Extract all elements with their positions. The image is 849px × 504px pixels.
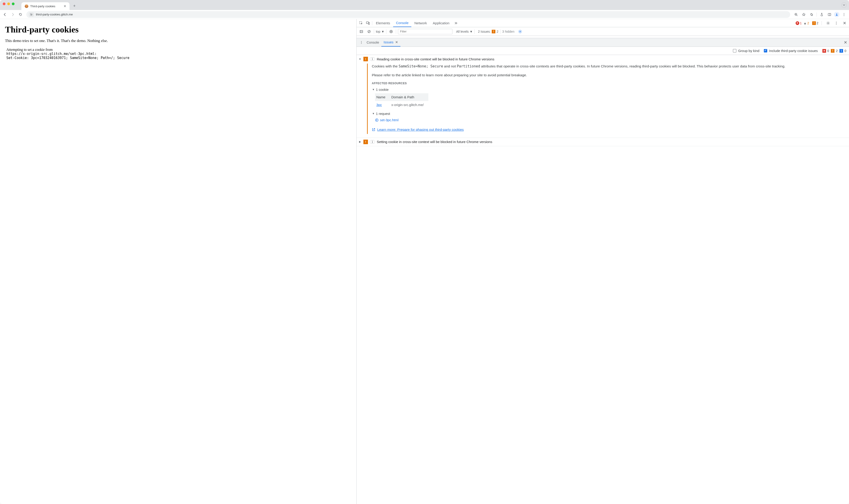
svg-rect-16 xyxy=(360,31,363,33)
device-mode-icon[interactable] xyxy=(365,20,371,26)
extensions-icon[interactable] xyxy=(808,11,815,18)
svg-point-8 xyxy=(844,15,845,16)
table-header-row: Name Domain & Path xyxy=(375,93,428,101)
issues-indicator[interactable]: ! 2 xyxy=(812,21,818,25)
issue-icon: ! xyxy=(812,21,816,25)
svg-point-19 xyxy=(391,31,392,32)
more-tabs-icon[interactable] xyxy=(453,20,459,26)
nav-reload-button[interactable] xyxy=(17,11,24,18)
separator xyxy=(821,21,822,25)
issue-title: Setting cookie in cross-site context wil… xyxy=(377,140,492,144)
table-row: 3pc x-origin-src.glitch.me/ xyxy=(375,101,428,109)
issue-item: ▶ ! 1 Setting cookie in cross-site conte… xyxy=(357,138,849,146)
chevron-down-icon: ▼ xyxy=(381,30,384,33)
tab-application[interactable]: Application xyxy=(430,19,452,27)
cookie-domain: x-origin-src.glitch.me/ xyxy=(390,101,428,109)
learn-more-link[interactable]: Learn more: Prepare for phasing out thir… xyxy=(372,127,843,132)
issue-item: ▼ ! 1 Reading cookie in cross-site conte… xyxy=(357,55,849,138)
svg-point-21 xyxy=(361,41,361,41)
svg-rect-4 xyxy=(828,13,831,16)
warning-indicator[interactable]: ▲ 2 xyxy=(803,21,809,25)
tab-elements[interactable]: Elements xyxy=(373,19,393,27)
nav-forward-button[interactable] xyxy=(10,11,16,18)
console-sidebar-toggle-icon[interactable] xyxy=(358,29,364,35)
svg-point-6 xyxy=(844,13,845,14)
svg-point-12 xyxy=(828,22,829,23)
devtools-tabstrip: Elements Console Network Application ✕ 1… xyxy=(357,19,849,27)
console-filter-input[interactable] xyxy=(398,29,453,34)
url-text: third-party-cookies.glitch.me xyxy=(36,13,73,16)
expand-arrow-icon: ▼ xyxy=(372,112,375,116)
labs-icon[interactable] xyxy=(818,11,825,18)
affected-request-group[interactable]: ▼ 1 request xyxy=(372,111,843,116)
svg-point-13 xyxy=(836,22,837,22)
issue-count-badge: 1 xyxy=(370,57,375,61)
svg-point-5 xyxy=(836,13,837,14)
svg-point-18 xyxy=(390,30,392,33)
separator xyxy=(374,29,374,34)
include-3p-checkbox[interactable]: Include third-party cookie issues xyxy=(764,49,818,53)
window-minimize-button[interactable] xyxy=(7,2,10,5)
new-tab-button[interactable]: + xyxy=(71,3,78,9)
live-expression-icon[interactable] xyxy=(388,29,394,35)
address-bar[interactable]: third-party-cookies.glitch.me xyxy=(26,11,790,18)
clear-console-icon[interactable] xyxy=(366,29,372,35)
network-icon xyxy=(375,118,378,122)
issue-icon: ! xyxy=(492,30,495,33)
devtools-close-icon[interactable]: ✕ xyxy=(841,20,848,26)
separator xyxy=(500,29,500,34)
svg-point-22 xyxy=(361,42,361,42)
console-options-row xyxy=(357,36,849,38)
tab-network[interactable]: Network xyxy=(412,19,430,27)
tabs-dropdown-button[interactable] xyxy=(841,2,847,8)
drawer-tab-console[interactable]: Console xyxy=(364,38,381,47)
separator xyxy=(372,21,372,25)
tab-close-button[interactable]: ✕ xyxy=(64,4,66,8)
page-heading: Third-party cookies xyxy=(5,24,351,35)
issue-header[interactable]: ▶ ! 1 Setting cookie in cross-site conte… xyxy=(358,140,846,144)
devtools-panel: Elements Console Network Application ✕ 1… xyxy=(357,19,849,504)
devtools-menu-icon[interactable] xyxy=(833,20,839,26)
issue-header[interactable]: ▼ ! 1 Reading cookie in cross-site conte… xyxy=(358,57,846,61)
console-toolbar: top ▼ All levels ▼ 2 Issues: ! 2 xyxy=(357,27,849,36)
window-zoom-button[interactable] xyxy=(12,2,15,5)
drawer-close-icon[interactable]: ✕ xyxy=(844,40,847,45)
site-settings-icon[interactable] xyxy=(29,13,34,16)
tab-console[interactable]: Console xyxy=(393,19,411,27)
window-close-button[interactable] xyxy=(3,2,5,5)
bookmark-star-icon[interactable] xyxy=(801,11,807,18)
inspect-element-icon[interactable] xyxy=(358,20,364,26)
console-issues-link[interactable]: 2 Issues: ! 2 xyxy=(478,30,498,33)
external-link-icon xyxy=(372,128,375,131)
drawer-tab-issues[interactable]: Issues ✕ xyxy=(381,38,401,47)
svg-point-14 xyxy=(836,23,837,23)
svg-point-23 xyxy=(361,43,361,43)
cookie-name-link[interactable]: 3pc xyxy=(376,103,382,107)
request-link[interactable]: set-3pc.html xyxy=(375,118,843,123)
hidden-messages-link[interactable]: 3 hidden xyxy=(502,30,514,33)
log-line: Attempting to set a cookie from xyxy=(6,48,351,52)
issue-title: Reading cookie in cross-site context wil… xyxy=(377,57,494,61)
console-settings-icon[interactable] xyxy=(517,29,523,35)
log-levels-select[interactable]: All levels ▼ xyxy=(456,30,473,33)
context-selector[interactable]: top ▼ xyxy=(376,30,384,33)
svg-point-15 xyxy=(836,24,837,24)
tab-favicon-icon: 🍪 xyxy=(24,4,29,8)
zoom-icon[interactable] xyxy=(793,11,799,18)
drawer-menu-icon[interactable] xyxy=(358,39,364,46)
browser-tab[interactable]: 🍪 Third-party cookies ✕ xyxy=(21,2,70,10)
profile-avatar-icon[interactable] xyxy=(834,12,839,17)
devtools-settings-icon[interactable] xyxy=(825,20,831,26)
nav-back-button[interactable] xyxy=(2,11,8,18)
close-tab-icon[interactable]: ✕ xyxy=(395,40,398,44)
browser-titlebar: 🍪 Third-party cookies ✕ + xyxy=(0,0,849,10)
issue-count-badge: 1 xyxy=(370,140,375,144)
issue-kind-icon: ! xyxy=(364,57,368,61)
browser-menu-icon[interactable] xyxy=(841,11,847,18)
side-panel-icon[interactable] xyxy=(826,11,833,18)
error-indicator[interactable]: ✕ 1 xyxy=(796,21,802,25)
group-by-kind-checkbox[interactable]: Group by kind xyxy=(733,49,759,53)
affected-cookie-group[interactable]: ▼ 1 cookie xyxy=(372,87,843,92)
cookie-table: Name Domain & Path 3pc x-origin-src.glit… xyxy=(375,93,428,109)
checkbox-checked-icon xyxy=(764,49,767,52)
